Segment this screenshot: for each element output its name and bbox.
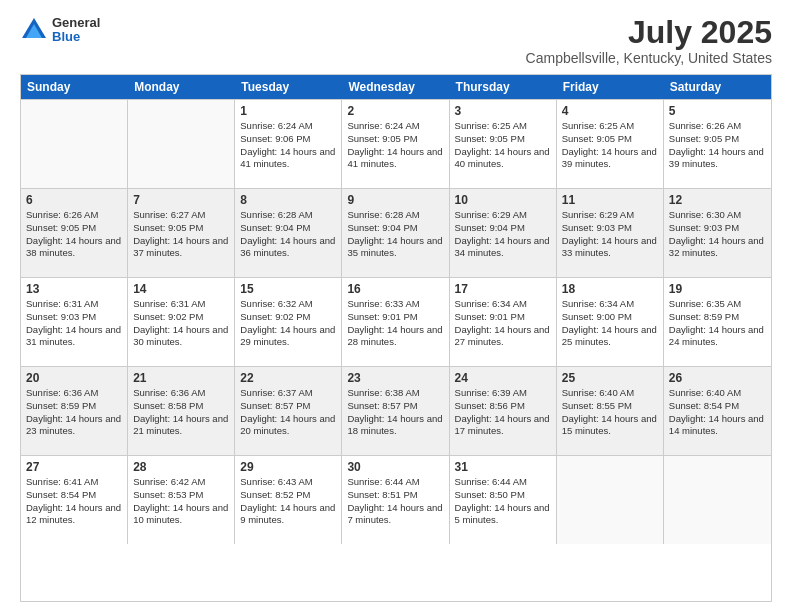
calendar-cell: 26Sunrise: 6:40 AM Sunset: 8:54 PM Dayli…: [664, 367, 771, 455]
day-number: 10: [455, 193, 551, 207]
calendar-cell: 2Sunrise: 6:24 AM Sunset: 9:05 PM Daylig…: [342, 100, 449, 188]
day-number: 17: [455, 282, 551, 296]
day-number: 4: [562, 104, 658, 118]
day-number: 8: [240, 193, 336, 207]
calendar-cell: 18Sunrise: 6:34 AM Sunset: 9:00 PM Dayli…: [557, 278, 664, 366]
calendar-cell: 13Sunrise: 6:31 AM Sunset: 9:03 PM Dayli…: [21, 278, 128, 366]
day-number: 22: [240, 371, 336, 385]
day-number: 15: [240, 282, 336, 296]
title-area: July 2025 Campbellsville, Kentucky, Unit…: [526, 16, 772, 66]
day-number: 18: [562, 282, 658, 296]
day-number: 1: [240, 104, 336, 118]
day-number: 30: [347, 460, 443, 474]
calendar-cell: 19Sunrise: 6:35 AM Sunset: 8:59 PM Dayli…: [664, 278, 771, 366]
location-text: Campbellsville, Kentucky, United States: [526, 50, 772, 66]
header-day-tuesday: Tuesday: [235, 75, 342, 99]
calendar-cell: 22Sunrise: 6:37 AM Sunset: 8:57 PM Dayli…: [235, 367, 342, 455]
day-detail: Sunrise: 6:25 AM Sunset: 9:05 PM Dayligh…: [562, 120, 658, 171]
day-detail: Sunrise: 6:25 AM Sunset: 9:05 PM Dayligh…: [455, 120, 551, 171]
day-detail: Sunrise: 6:26 AM Sunset: 9:05 PM Dayligh…: [669, 120, 766, 171]
calendar-cell: 12Sunrise: 6:30 AM Sunset: 9:03 PM Dayli…: [664, 189, 771, 277]
calendar-cell: 31Sunrise: 6:44 AM Sunset: 8:50 PM Dayli…: [450, 456, 557, 544]
calendar-cell: 24Sunrise: 6:39 AM Sunset: 8:56 PM Dayli…: [450, 367, 557, 455]
header-day-friday: Friday: [557, 75, 664, 99]
header-day-wednesday: Wednesday: [342, 75, 449, 99]
day-detail: Sunrise: 6:29 AM Sunset: 9:03 PM Dayligh…: [562, 209, 658, 260]
day-number: 2: [347, 104, 443, 118]
calendar-cell: [128, 100, 235, 188]
page-header: General Blue July 2025 Campbellsville, K…: [20, 16, 772, 66]
calendar-cell: 11Sunrise: 6:29 AM Sunset: 9:03 PM Dayli…: [557, 189, 664, 277]
logo: General Blue: [20, 16, 100, 45]
day-number: 28: [133, 460, 229, 474]
day-detail: Sunrise: 6:44 AM Sunset: 8:50 PM Dayligh…: [455, 476, 551, 527]
calendar-cell: 4Sunrise: 6:25 AM Sunset: 9:05 PM Daylig…: [557, 100, 664, 188]
day-detail: Sunrise: 6:29 AM Sunset: 9:04 PM Dayligh…: [455, 209, 551, 260]
day-number: 5: [669, 104, 766, 118]
day-detail: Sunrise: 6:44 AM Sunset: 8:51 PM Dayligh…: [347, 476, 443, 527]
day-number: 20: [26, 371, 122, 385]
day-detail: Sunrise: 6:28 AM Sunset: 9:04 PM Dayligh…: [240, 209, 336, 260]
day-number: 23: [347, 371, 443, 385]
calendar-cell: 7Sunrise: 6:27 AM Sunset: 9:05 PM Daylig…: [128, 189, 235, 277]
calendar-cell: 27Sunrise: 6:41 AM Sunset: 8:54 PM Dayli…: [21, 456, 128, 544]
calendar-cell: 25Sunrise: 6:40 AM Sunset: 8:55 PM Dayli…: [557, 367, 664, 455]
calendar-cell: 3Sunrise: 6:25 AM Sunset: 9:05 PM Daylig…: [450, 100, 557, 188]
calendar-cell: 29Sunrise: 6:43 AM Sunset: 8:52 PM Dayli…: [235, 456, 342, 544]
day-detail: Sunrise: 6:24 AM Sunset: 9:05 PM Dayligh…: [347, 120, 443, 171]
calendar-row-3: 13Sunrise: 6:31 AM Sunset: 9:03 PM Dayli…: [21, 277, 771, 366]
day-detail: Sunrise: 6:43 AM Sunset: 8:52 PM Dayligh…: [240, 476, 336, 527]
day-detail: Sunrise: 6:35 AM Sunset: 8:59 PM Dayligh…: [669, 298, 766, 349]
calendar-cell: 8Sunrise: 6:28 AM Sunset: 9:04 PM Daylig…: [235, 189, 342, 277]
calendar-row-4: 20Sunrise: 6:36 AM Sunset: 8:59 PM Dayli…: [21, 366, 771, 455]
calendar-cell: 10Sunrise: 6:29 AM Sunset: 9:04 PM Dayli…: [450, 189, 557, 277]
calendar-cell: 23Sunrise: 6:38 AM Sunset: 8:57 PM Dayli…: [342, 367, 449, 455]
day-detail: Sunrise: 6:36 AM Sunset: 8:59 PM Dayligh…: [26, 387, 122, 438]
header-day-monday: Monday: [128, 75, 235, 99]
day-detail: Sunrise: 6:32 AM Sunset: 9:02 PM Dayligh…: [240, 298, 336, 349]
calendar-cell: 9Sunrise: 6:28 AM Sunset: 9:04 PM Daylig…: [342, 189, 449, 277]
calendar-cell: 1Sunrise: 6:24 AM Sunset: 9:06 PM Daylig…: [235, 100, 342, 188]
calendar: SundayMondayTuesdayWednesdayThursdayFrid…: [20, 74, 772, 602]
calendar-cell: 21Sunrise: 6:36 AM Sunset: 8:58 PM Dayli…: [128, 367, 235, 455]
day-number: 6: [26, 193, 122, 207]
header-day-saturday: Saturday: [664, 75, 771, 99]
day-detail: Sunrise: 6:27 AM Sunset: 9:05 PM Dayligh…: [133, 209, 229, 260]
month-title: July 2025: [526, 16, 772, 48]
day-detail: Sunrise: 6:40 AM Sunset: 8:55 PM Dayligh…: [562, 387, 658, 438]
calendar-header: SundayMondayTuesdayWednesdayThursdayFrid…: [21, 75, 771, 99]
day-number: 9: [347, 193, 443, 207]
logo-blue-text: Blue: [52, 30, 100, 44]
day-number: 11: [562, 193, 658, 207]
day-detail: Sunrise: 6:30 AM Sunset: 9:03 PM Dayligh…: [669, 209, 766, 260]
calendar-cell: 14Sunrise: 6:31 AM Sunset: 9:02 PM Dayli…: [128, 278, 235, 366]
header-day-sunday: Sunday: [21, 75, 128, 99]
calendar-cell: [21, 100, 128, 188]
header-day-thursday: Thursday: [450, 75, 557, 99]
day-detail: Sunrise: 6:39 AM Sunset: 8:56 PM Dayligh…: [455, 387, 551, 438]
calendar-cell: 16Sunrise: 6:33 AM Sunset: 9:01 PM Dayli…: [342, 278, 449, 366]
day-detail: Sunrise: 6:42 AM Sunset: 8:53 PM Dayligh…: [133, 476, 229, 527]
calendar-body: 1Sunrise: 6:24 AM Sunset: 9:06 PM Daylig…: [21, 99, 771, 544]
calendar-row-2: 6Sunrise: 6:26 AM Sunset: 9:05 PM Daylig…: [21, 188, 771, 277]
day-detail: Sunrise: 6:38 AM Sunset: 8:57 PM Dayligh…: [347, 387, 443, 438]
day-number: 13: [26, 282, 122, 296]
day-detail: Sunrise: 6:36 AM Sunset: 8:58 PM Dayligh…: [133, 387, 229, 438]
day-number: 14: [133, 282, 229, 296]
day-number: 21: [133, 371, 229, 385]
calendar-cell: [557, 456, 664, 544]
day-number: 3: [455, 104, 551, 118]
day-detail: Sunrise: 6:34 AM Sunset: 9:01 PM Dayligh…: [455, 298, 551, 349]
day-number: 25: [562, 371, 658, 385]
day-number: 27: [26, 460, 122, 474]
logo-general-text: General: [52, 16, 100, 30]
calendar-row-5: 27Sunrise: 6:41 AM Sunset: 8:54 PM Dayli…: [21, 455, 771, 544]
day-number: 7: [133, 193, 229, 207]
day-number: 24: [455, 371, 551, 385]
day-detail: Sunrise: 6:33 AM Sunset: 9:01 PM Dayligh…: [347, 298, 443, 349]
day-number: 29: [240, 460, 336, 474]
calendar-cell: 28Sunrise: 6:42 AM Sunset: 8:53 PM Dayli…: [128, 456, 235, 544]
day-detail: Sunrise: 6:31 AM Sunset: 9:03 PM Dayligh…: [26, 298, 122, 349]
day-number: 16: [347, 282, 443, 296]
day-detail: Sunrise: 6:41 AM Sunset: 8:54 PM Dayligh…: [26, 476, 122, 527]
